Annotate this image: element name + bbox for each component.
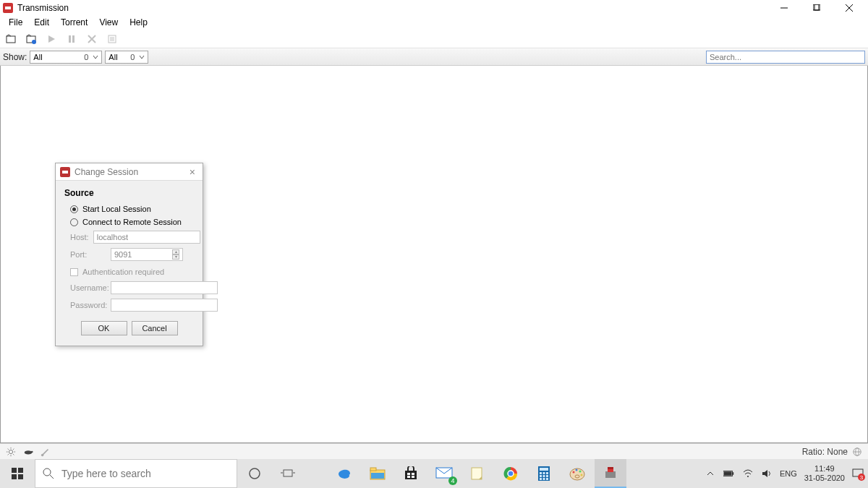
svg-rect-62 [543,475,545,477]
svg-point-29 [41,453,44,456]
menu-torrent[interactable]: Torrent [55,16,93,29]
properties-button[interactable] [104,31,120,47]
taskbar-notes[interactable] [461,459,493,488]
search-field[interactable] [710,53,861,61]
taskbar-explorer[interactable] [362,459,393,488]
pause-button[interactable] [64,31,80,47]
tray-battery-icon[interactable] [723,468,735,479]
gear-icon[interactable] [6,447,16,457]
svg-rect-44 [370,468,376,471]
taskbar-chrome[interactable] [495,459,527,488]
filter-tracker-combo[interactable]: All 0 [105,51,148,64]
open-url-button[interactable] [23,31,39,47]
menu-view[interactable]: View [93,16,124,29]
password-input[interactable] [111,299,218,312]
remove-button[interactable] [84,31,100,47]
svg-line-24 [8,454,9,455]
menu-edit[interactable]: Edit [28,16,55,29]
svg-marker-8 [48,35,55,43]
svg-rect-33 [12,468,17,473]
svg-line-25 [13,448,14,449]
tray-chevron-icon[interactable] [705,468,716,479]
filter-status-combo[interactable]: All 0 [30,51,102,64]
titlebar: Transmission [0,0,868,15]
taskbar-store[interactable] [395,459,427,488]
tray-lang[interactable]: ENG [780,469,797,478]
mail-badge: 4 [448,476,457,485]
svg-rect-2 [814,4,820,10]
svg-point-26 [25,450,33,454]
svg-rect-75 [608,467,613,469]
open-torrent-button[interactable] [3,31,19,47]
task-view-button[interactable] [272,459,304,488]
spin-buttons[interactable]: ▴▾ [172,249,179,260]
svg-rect-49 [407,476,410,478]
combo-count: 0 [84,53,88,61]
svg-point-7 [32,40,36,44]
menu-file[interactable]: File [3,16,28,29]
taskbar-transmission[interactable] [595,459,626,488]
taskbar-calculator[interactable] [528,459,560,488]
svg-rect-52 [472,468,482,479]
cortana-button[interactable] [239,459,271,488]
dialog-titlebar[interactable]: Change Session × [56,163,203,181]
start-menu-button[interactable] [1,459,33,488]
taskbar-mail[interactable]: 4 [428,459,460,488]
host-input[interactable] [93,231,200,244]
cancel-button[interactable]: Cancel [132,321,178,335]
system-tray: ENG 11:49 31-05-2020 3 [705,464,867,483]
checkbox-icon [70,268,78,276]
tray-time: 11:49 [804,464,845,474]
radio-label: Connect to Remote Session [82,218,182,226]
svg-line-22 [8,448,9,449]
menu-help[interactable]: Help [124,16,153,29]
svg-rect-40 [284,470,292,476]
tray-volume-icon[interactable] [761,468,773,479]
svg-rect-59 [543,472,545,474]
tray-action-center-icon[interactable]: 3 [852,468,864,479]
svg-rect-58 [540,472,542,474]
port-input[interactable]: 9091 ▴▾ [111,248,183,261]
search-input[interactable] [706,51,865,64]
turtle-icon[interactable] [23,447,33,457]
svg-rect-65 [543,478,545,480]
radio-remote-session[interactable]: Connect to Remote Session [64,215,194,228]
minimize-button[interactable] [767,0,800,15]
radio-local-session[interactable]: Start Local Session [64,202,194,215]
svg-point-37 [43,468,51,476]
taskbar-paint[interactable] [561,459,593,488]
menubar: File Edit Torrent View Help [0,15,868,30]
app-title: Transmission [17,3,69,13]
torrent-list: Change Session × Source Start Local Sess… [0,66,868,443]
taskbar-search[interactable]: Type here to search [35,459,237,488]
svg-rect-57 [540,468,548,471]
svg-rect-60 [546,472,548,474]
svg-rect-35 [12,474,17,479]
svg-rect-78 [724,471,732,475]
username-input[interactable] [111,281,218,294]
taskbar-edge[interactable] [328,459,360,488]
search-icon [43,468,54,479]
tray-clock[interactable]: 11:49 31-05-2020 [804,464,845,483]
chevron-down-icon [93,54,98,60]
action-badge: 3 [858,474,865,481]
network-status-icon[interactable] [852,447,862,457]
auth-checkbox[interactable]: Authentication required [64,263,194,279]
change-session-dialog: Change Session × Source Start Local Sess… [55,163,203,346]
brush-icon[interactable] [41,447,51,457]
dialog-close-button[interactable]: × [187,166,198,178]
app-icon [3,3,13,13]
svg-line-23 [13,454,14,455]
maximize-button[interactable] [800,0,833,15]
close-button[interactable] [833,0,865,15]
port-label: Port: [70,250,106,259]
start-button[interactable] [43,31,59,47]
svg-rect-36 [18,474,23,479]
ok-button[interactable]: OK [81,321,127,335]
svg-rect-10 [72,35,75,43]
filterbar: Show: All 0 All 0 [0,48,868,66]
svg-rect-66 [546,478,548,480]
tray-wifi-icon[interactable] [742,468,754,479]
svg-point-72 [575,475,579,478]
svg-rect-48 [412,473,414,475]
